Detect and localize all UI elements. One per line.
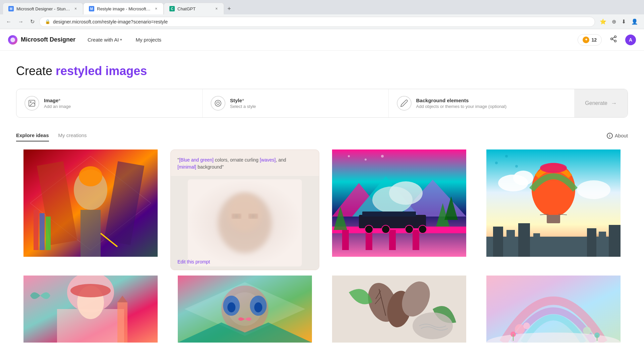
cacao-card[interactable]	[325, 276, 474, 343]
svg-rect-40	[362, 212, 416, 217]
svg-point-57	[540, 163, 567, 173]
brand[interactable]: Microsoft Designer	[8, 35, 75, 45]
tab-bar: M Microsoft Designer - Stunning... × M R…	[0, 0, 644, 14]
tab-2-title: Restyle image - Microsoft Desi...	[97, 6, 152, 11]
svg-rect-58	[547, 215, 560, 223]
generate-arrow-icon: →	[611, 100, 617, 107]
paper-woman-card[interactable]	[16, 276, 165, 343]
extensions-button[interactable]: ⭐	[598, 16, 608, 27]
svg-rect-67	[599, 232, 606, 257]
svg-line-3	[612, 39, 614, 41]
generate-label: Generate	[585, 100, 607, 106]
create-with-ai-label: Create with AI	[88, 37, 119, 43]
svg-point-42	[382, 225, 390, 233]
user-avatar[interactable]: A	[625, 35, 636, 45]
image-required: *	[58, 98, 60, 103]
svg-point-1	[611, 38, 613, 40]
style-hint: Select a style	[230, 104, 256, 109]
address-bar-row: ← → ↻ 🔒 designer.microsoft.com/restyle-i…	[0, 14, 644, 29]
svg-rect-68	[609, 225, 621, 257]
geometric-face-card[interactable]	[170, 276, 319, 343]
share-button[interactable]	[607, 33, 620, 47]
svg-point-33	[389, 181, 423, 205]
tab-1-title: Microsoft Designer - Stunning...	[16, 6, 71, 11]
coin-count: 12	[591, 37, 597, 43]
tab-3[interactable]: C ChatGPT ×	[164, 3, 224, 14]
brand-name: Microsoft Designer	[21, 36, 75, 43]
refresh-button[interactable]: ↻	[28, 16, 37, 27]
profile-button[interactable]: 👤	[629, 16, 640, 27]
art-deco-card[interactable]	[16, 149, 165, 270]
image-input-text: Image* Add an image	[44, 98, 71, 109]
lock-icon: 🔒	[45, 19, 50, 24]
downloads-button[interactable]: ⬇	[620, 16, 628, 27]
bg-input-section[interactable]: Background elements Add objects or theme…	[389, 89, 575, 117]
style-input-text: Style* Select a style	[230, 98, 256, 109]
generate-button[interactable]: Generate →	[574, 89, 628, 117]
svg-point-6	[30, 102, 31, 103]
image-grid: "[Blue and green] colors, ornate curling…	[16, 149, 628, 270]
svg-point-44	[419, 225, 427, 233]
svg-point-43	[405, 225, 413, 233]
page-title-accent: restyled images	[56, 64, 147, 78]
prompt-text: "[Blue and green] colors, ornate curling…	[171, 150, 319, 176]
svg-point-82	[227, 302, 235, 312]
bottom-row	[16, 276, 628, 343]
svg-rect-17	[34, 210, 39, 250]
input-row: Image* Add an image Style* Select a styl…	[16, 89, 628, 118]
about-icon: i	[607, 133, 613, 139]
train-card[interactable]	[325, 149, 474, 270]
about-button[interactable]: i About	[607, 133, 628, 139]
tab-2[interactable]: M Restyle image - Microsoft Desi... ×	[83, 3, 164, 14]
prompt-card[interactable]: "[Blue and green] colors, ornate curling…	[170, 149, 319, 270]
page-title-plain: Create	[16, 64, 56, 78]
brand-logo-inner	[10, 38, 15, 42]
address-text: designer.microsoft.com/restyle-image?sce…	[53, 19, 589, 24]
explore-ideas-tab[interactable]: Explore ideas	[16, 130, 49, 141]
bg-label: Background elements	[416, 98, 507, 103]
svg-point-51	[505, 155, 508, 158]
svg-point-52	[515, 165, 518, 168]
balloon-card[interactable]	[479, 149, 628, 270]
forward-button[interactable]: →	[16, 17, 25, 27]
my-projects-label: My projects	[136, 37, 161, 43]
address-bar[interactable]: 🔒 designer.microsoft.com/restyle-image?s…	[39, 17, 595, 27]
tab-1-close[interactable]: ×	[74, 6, 77, 12]
tab-3-title: ChatGPT	[177, 6, 212, 11]
page-title: Create restyled images	[16, 64, 628, 78]
svg-point-26	[348, 155, 350, 157]
edit-prompt-link[interactable]: Edit this prompt	[177, 259, 210, 264]
prompt-link-blue-green[interactable]: [Blue and green]	[179, 157, 214, 163]
tab-2-close[interactable]: ×	[154, 6, 158, 12]
tab-2-favicon: M	[89, 6, 94, 11]
image-hint: Add an image	[44, 104, 71, 109]
new-tab-button[interactable]: +	[224, 3, 234, 14]
image-input-section[interactable]: Image* Add an image	[16, 89, 203, 117]
svg-point-27	[365, 159, 367, 161]
style-label: Style*	[230, 98, 256, 103]
svg-point-28	[381, 155, 384, 158]
svg-rect-65	[533, 233, 540, 257]
prompt-link-waves[interactable]: [waves]	[260, 157, 275, 163]
create-with-ai-nav[interactable]: Create with AI ▾	[86, 34, 123, 45]
style-input-section[interactable]: Style* Select a style	[203, 89, 389, 117]
tab-1[interactable]: M Microsoft Designer - Stunning... ×	[3, 3, 83, 14]
my-creations-tab[interactable]: My creations	[58, 130, 87, 141]
tab-1-favicon: M	[8, 6, 14, 11]
bg-icon-wrap	[397, 96, 412, 111]
svg-rect-63	[506, 230, 515, 257]
tabs-row: Explore ideas My creations i About	[16, 130, 628, 141]
back-button[interactable]: ←	[4, 17, 13, 27]
svg-point-2	[614, 40, 616, 42]
prompt-link-minimal[interactable]: [minimal]	[177, 164, 196, 170]
browser-toolbar: ⭐ ⊕ ⬇ 👤	[598, 16, 640, 27]
pastel-arch-card[interactable]	[479, 276, 628, 343]
svg-point-24	[249, 214, 257, 218]
svg-rect-64	[518, 223, 530, 257]
favorites-button[interactable]: ⊕	[610, 16, 618, 27]
my-projects-nav[interactable]: My projects	[134, 34, 163, 45]
coin-badge[interactable]: ✦ 12	[578, 34, 602, 46]
navbar-right: ✦ 12 A	[578, 33, 636, 47]
svg-point-0	[614, 36, 616, 38]
tab-3-close[interactable]: ×	[215, 6, 218, 12]
